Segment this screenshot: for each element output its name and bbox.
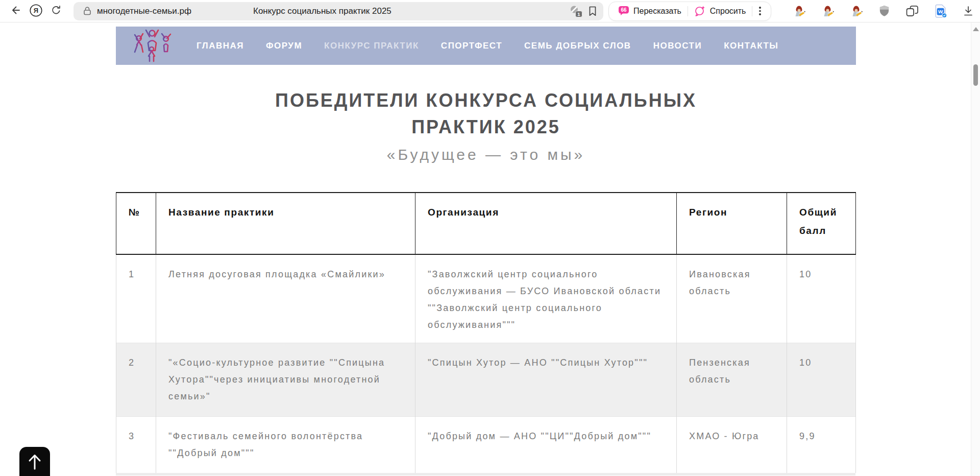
total-score: 9,9 xyxy=(787,416,856,473)
row-number: 2 xyxy=(116,343,156,416)
url-text: многодетные-семьи.рф xyxy=(97,6,191,16)
scrollbar-thumb[interactable] xyxy=(973,64,978,86)
address-bar[interactable]: многодетные-семьи.рф Конкурс социальных … xyxy=(74,2,603,20)
practice-name: Летняя досуговая площадка «Смайлики» xyxy=(156,254,415,343)
nav-links: ГЛАВНАЯФОРУМКОНКУРС ПРАКТИКСПОРТФЕСТСЕМЬ… xyxy=(197,41,778,51)
refresh-icon xyxy=(50,4,62,18)
retell-button[interactable]: 66 Пересказать xyxy=(612,4,688,19)
arrow-up-icon xyxy=(27,453,43,470)
total-score: 10 xyxy=(787,343,856,416)
nav-item-1[interactable]: ФОРУМ xyxy=(266,41,302,51)
table-row: 3"Фестиваль семейного волонтёрства ""Доб… xyxy=(116,416,856,473)
table-row: 2"«Социо-культурное развитие ""Спицына Х… xyxy=(116,343,856,416)
download-icon xyxy=(963,5,974,17)
nav-item-4[interactable]: СЕМЬ ДОБРЫХ СЛОВ xyxy=(524,41,631,51)
next-row-peek xyxy=(116,473,855,475)
organization: "Добрый дом — АНО ""ЦИ""Добрый дом""" xyxy=(415,416,677,473)
svg-text:Я: Я xyxy=(33,7,38,14)
nav-item-3[interactable]: СПОРТФЕСТ xyxy=(441,41,502,51)
nav-item-2[interactable]: КОНКУРС ПРАКТИК xyxy=(324,41,419,51)
column-header: Название практики xyxy=(156,193,415,254)
column-header: Организация xyxy=(415,193,677,254)
winners-table: №Название практикиОрганизацияРегионОбщий… xyxy=(116,192,856,473)
row-number: 1 xyxy=(116,254,156,343)
ask-button[interactable]: Спросить xyxy=(688,4,752,19)
page-title-line2: ПРАКТИК 2025 xyxy=(116,114,856,140)
nav-item-6[interactable]: КОНТАКТЫ xyxy=(724,41,778,51)
page-subtitle: «Будущее — это мы» xyxy=(116,145,856,165)
page-title-line1: ПОБЕДИТЕЛИ КОНКУРСА СОЦИАЛЬНЫХ xyxy=(116,87,856,114)
scroll-top-button[interactable] xyxy=(19,447,50,476)
extension-gnome-icon[interactable] xyxy=(793,5,806,18)
bookmark-icon xyxy=(588,6,597,17)
scrollbar-up-arrow[interactable] xyxy=(973,27,979,31)
organization: "Спицын Хутор — АНО ""Спицын Хутор""" xyxy=(415,343,677,416)
site-logo[interactable] xyxy=(128,28,177,64)
refresh-button[interactable] xyxy=(46,2,66,20)
page-tab-title: Конкурс социальных практик 2025 xyxy=(253,6,391,16)
page-viewport: ГЛАВНАЯФОРУМКОНКУРС ПРАКТИКСПОРТФЕСТСЕМЬ… xyxy=(0,22,980,476)
organization: "Заволжский центр социального обслуживан… xyxy=(415,254,677,343)
ai-assistant-pill: 66 Пересказать Спросить xyxy=(608,2,771,21)
bookmark-button[interactable] xyxy=(588,6,597,17)
browser-toolbar: Я многодетные-семьи.рф Конкурс социальны… xyxy=(0,0,980,22)
extension-gnome-icon[interactable] xyxy=(850,5,863,18)
quote-icon: 66 xyxy=(618,6,629,16)
column-header: № xyxy=(116,193,156,254)
extension-tabs-icon[interactable] xyxy=(905,5,919,17)
nav-item-0[interactable]: ГЛАВНАЯ xyxy=(197,41,244,51)
extension-word-doc-icon[interactable]: W xyxy=(935,4,947,18)
yandex-logo-icon: Я xyxy=(29,4,43,19)
table-body: 1Летняя досуговая площадка «Смайлики»"За… xyxy=(116,254,856,473)
region: ХМАО - Югра xyxy=(677,416,787,473)
protect-button[interactable]: 1 xyxy=(570,5,581,17)
retell-label: Пересказать xyxy=(633,7,681,16)
nav-item-5[interactable]: НОВОСТИ xyxy=(653,41,702,51)
extension-gnome-icon[interactable] xyxy=(821,5,835,18)
column-header: Общий балл xyxy=(787,193,856,254)
back-button[interactable] xyxy=(5,2,26,20)
total-score: 10 xyxy=(787,254,856,343)
page-title: ПОБЕДИТЕЛИ КОНКУРСА СОЦИАЛЬНЫХ ПРАКТИК 2… xyxy=(116,87,856,140)
extensions-area: W xyxy=(793,4,974,18)
table-row: 1Летняя досуговая площадка «Смайлики»"За… xyxy=(116,254,856,343)
kebab-menu-icon[interactable] xyxy=(752,7,768,15)
row-number: 3 xyxy=(116,416,156,473)
table-header-row: №Название практикиОрганизацияРегионОбщий… xyxy=(116,193,856,254)
sparkle-chat-icon xyxy=(694,5,706,17)
yandex-home-button[interactable]: Я xyxy=(26,2,46,20)
practice-name: "«Социо-культурное развитие ""Спицына Ху… xyxy=(156,343,415,416)
svg-text:66: 66 xyxy=(621,7,627,13)
scrollbar[interactable] xyxy=(971,22,980,476)
site-navbar: ГЛАВНАЯФОРУМКОНКУРС ПРАКТИКСПОРТФЕСТСЕМЬ… xyxy=(116,27,856,65)
blocked-count-badge: 1 xyxy=(575,11,582,17)
back-icon xyxy=(10,5,21,17)
extension-shield-icon[interactable] xyxy=(878,5,890,17)
downloads-button[interactable] xyxy=(963,5,974,17)
region: Пензенская область xyxy=(677,343,787,416)
region: Ивановская область xyxy=(677,254,787,343)
lock-icon xyxy=(83,6,92,16)
practice-name: "Фестиваль семейного волонтёрства ""Добр… xyxy=(156,416,415,473)
ask-label: Спросить xyxy=(710,7,746,16)
column-header: Регион xyxy=(677,193,787,254)
